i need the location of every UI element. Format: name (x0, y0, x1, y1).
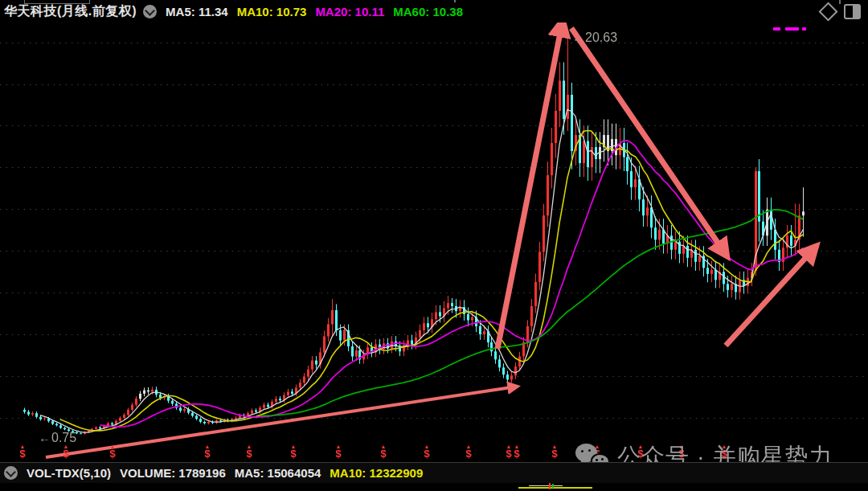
dividend-marker[interactable]: ▲$ (549, 444, 560, 458)
vol-ma10-readout: MA10: 12322909 (330, 466, 423, 480)
dividend-marker[interactable]: ▲$ (333, 444, 344, 458)
ma5-readout: MA5: 11.34 (166, 5, 228, 18)
dividend-marker[interactable]: ▲$ (378, 444, 389, 458)
dividend-marker[interactable]: ▲$ (421, 444, 432, 458)
ma60-readout: MA60: 10.38 (393, 5, 463, 18)
volume-readout: VOLUME: 1789196 (120, 466, 226, 480)
magenta-dash[interactable] (802, 27, 806, 31)
dollar-icon: $ (549, 449, 560, 458)
window-tab-artifact (24, 0, 90, 4)
dollar-icon: $ (107, 449, 118, 458)
dollar-icon: $ (333, 449, 344, 458)
vol-ma5-readout: MA5: 15064054 (235, 466, 321, 480)
chevron-down-badge-icon[interactable] (4, 466, 18, 480)
dividend-marker[interactable]: ▲$ (17, 444, 28, 458)
top-edge-tick (839, 0, 841, 4)
tdx-monthly-chart-window: ←20.63 ←0.75 ▲$▲$▲$▲$▲$▲$▲$▲$▲$▲$▲$▲$▲$▲… (0, 0, 868, 491)
trend-arrow-up-spike[interactable] (497, 21, 563, 349)
dollar-icon: $ (288, 449, 299, 458)
indicator-name[interactable]: VOL-TDX(5,10) (27, 466, 111, 480)
dollar-icon: $ (60, 449, 72, 458)
magenta-dash[interactable] (773, 27, 780, 31)
dollar-icon: $ (244, 449, 255, 458)
top-edge-tick (454, 0, 456, 2)
chevron-down-badge-icon[interactable] (143, 5, 157, 18)
dividend-marker[interactable]: ▲$ (60, 444, 72, 458)
low-price-label: ←0.75 (39, 431, 76, 445)
left-arrow-icon: ← (39, 431, 51, 444)
stock-title: 华天科技(月线.前复权) (4, 3, 137, 20)
trend-arrow-recovery[interactable] (726, 247, 816, 346)
side-panel-toggle-icon[interactable] (844, 4, 861, 19)
diamond-icon[interactable] (818, 2, 837, 21)
dividend-marker[interactable]: ▲$ (288, 444, 299, 458)
left-arrow-icon: ← (572, 31, 584, 44)
dividend-marker[interactable]: ▲$ (202, 444, 213, 458)
dollar-icon: $ (202, 449, 213, 458)
ma10-readout: MA10: 10.73 (237, 5, 307, 18)
dollar-icon: $ (421, 449, 432, 458)
volume-indicator-bar: VOL-TDX(5,10) VOLUME: 1789196 MA5: 15064… (0, 462, 868, 483)
peak-price-label: ←20.63 (572, 31, 617, 45)
trend-arrow-down[interactable] (571, 28, 727, 256)
magenta-dash[interactable] (785, 27, 799, 31)
dollar-icon: $ (17, 449, 28, 458)
header-bar: 华天科技(月线.前复权) MA5: 11.34 MA10: 10.73 MA20… (0, 0, 868, 23)
dividend-marker[interactable]: ▲$ (463, 444, 474, 458)
annotation-arrows-layer (0, 0, 868, 491)
dividend-marker[interactable]: ▲$ (107, 444, 118, 458)
ma20-readout: MA20: 10.11 (315, 5, 384, 18)
dividend-marker[interactable]: ▲$ (511, 444, 522, 458)
dividend-marker[interactable]: ▲$ (244, 444, 255, 458)
dollar-icon: $ (463, 449, 474, 458)
dollar-icon: $ (511, 449, 522, 458)
dollar-icon: $ (378, 449, 389, 458)
